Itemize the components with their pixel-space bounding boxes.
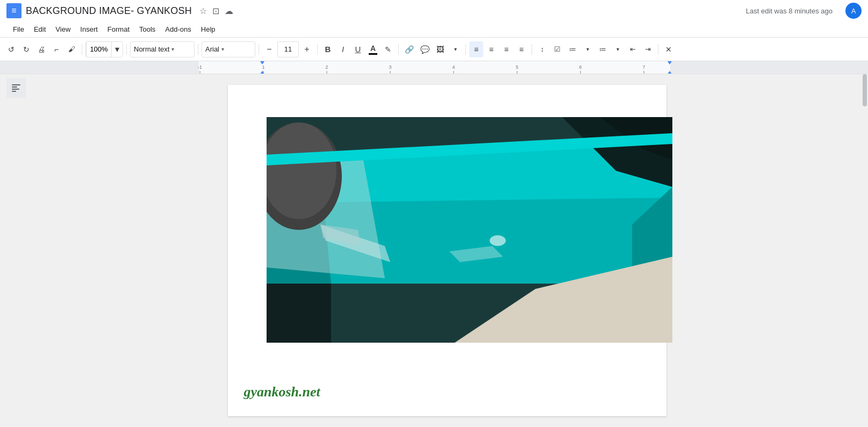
document-page: gyankosh.net bbox=[228, 85, 666, 416]
font-label: Arial bbox=[205, 45, 219, 53]
folder-icon[interactable]: ⊡ bbox=[212, 6, 219, 16]
font-size-value: 11 bbox=[284, 45, 292, 53]
style-label: Normal text bbox=[134, 45, 169, 53]
numbered-list-arrow[interactable]: ▾ bbox=[611, 41, 625, 57]
menu-format[interactable]: Format bbox=[103, 24, 134, 34]
text-color-icon: A bbox=[370, 44, 376, 53]
menu-tools[interactable]: Tools bbox=[135, 24, 160, 34]
highlight-color-button[interactable]: ✎ bbox=[381, 41, 395, 57]
insert-link-button[interactable]: 🔗 bbox=[402, 41, 417, 57]
undo-button[interactable]: ↺ bbox=[4, 41, 18, 57]
document-title: BACKGROUND IMAGE- GYANKOSH bbox=[26, 5, 192, 17]
svg-text:2: 2 bbox=[325, 64, 328, 70]
align-left-button[interactable]: ≡ bbox=[469, 41, 483, 57]
menu-help[interactable]: Help bbox=[197, 24, 220, 34]
svg-rect-2 bbox=[670, 61, 868, 74]
content-area: gyankosh.net bbox=[0, 74, 868, 427]
menu-bar: File Edit View Insert Format Tools Add-o… bbox=[0, 21, 868, 38]
bullet-list-arrow[interactable]: ▾ bbox=[580, 41, 594, 57]
sep6 bbox=[398, 44, 399, 55]
align-center-button[interactable]: ≡ bbox=[484, 41, 498, 57]
toolbar: ↺ ↻ 🖨 ⌐ 🖌 100% ▾ Normal text ▾ Arial ▾ −… bbox=[0, 38, 868, 61]
font-size-increase-button[interactable]: + bbox=[300, 41, 314, 57]
document-image bbox=[267, 117, 672, 343]
font-size-decrease-button[interactable]: − bbox=[262, 41, 276, 57]
checklist-button[interactable]: ☑ bbox=[550, 41, 564, 57]
svg-rect-23 bbox=[12, 84, 20, 85]
sep1 bbox=[82, 44, 82, 55]
ruler: -1 1 2 3 4 5 6 7 bbox=[0, 61, 868, 74]
svg-text:-1: -1 bbox=[198, 64, 202, 70]
star-icon[interactable]: ☆ bbox=[199, 6, 207, 16]
print-button[interactable]: 🖨 bbox=[34, 41, 48, 57]
zoom-value: 100% bbox=[86, 42, 112, 57]
menu-file[interactable]: File bbox=[9, 24, 28, 34]
svg-text:5: 5 bbox=[515, 64, 518, 70]
font-dropdown[interactable]: Arial ▾ bbox=[202, 41, 255, 57]
decrease-indent-button[interactable]: ⇤ bbox=[626, 41, 640, 57]
left-sidebar bbox=[0, 74, 32, 427]
sep4 bbox=[259, 44, 259, 55]
text-color-bar bbox=[369, 53, 377, 55]
align-right-button[interactable]: ≡ bbox=[499, 41, 513, 57]
outline-icon[interactable] bbox=[6, 78, 26, 98]
menu-addons[interactable]: Add-ons bbox=[161, 24, 195, 34]
zoom-control[interactable]: 100% ▾ bbox=[85, 41, 123, 57]
menu-insert[interactable]: Insert bbox=[76, 24, 102, 34]
account-icons: A bbox=[845, 3, 862, 19]
sep3 bbox=[198, 44, 198, 55]
line-spacing-button[interactable]: ↕ bbox=[535, 41, 549, 57]
title-bar: BACKGROUND IMAGE- GYANKOSH ☆ ⊡ ☁ Last ed… bbox=[0, 0, 868, 21]
bold-button[interactable]: B bbox=[321, 41, 335, 57]
sep8 bbox=[532, 44, 532, 55]
paint-format-button[interactable]: ⌐ bbox=[49, 41, 63, 57]
font-size-display[interactable]: 11 bbox=[277, 41, 299, 57]
sep7 bbox=[465, 44, 466, 55]
right-scrollbar[interactable] bbox=[862, 74, 868, 427]
menu-edit[interactable]: Edit bbox=[30, 24, 50, 34]
svg-text:4: 4 bbox=[452, 64, 455, 70]
outline-svg bbox=[11, 83, 21, 93]
font-arrow: ▾ bbox=[221, 46, 224, 52]
svg-text:6: 6 bbox=[579, 64, 582, 70]
svg-rect-26 bbox=[12, 91, 16, 92]
svg-rect-25 bbox=[12, 89, 19, 90]
zoom-arrow-btn[interactable]: ▾ bbox=[112, 42, 123, 57]
sep2 bbox=[126, 44, 127, 55]
underline-button[interactable]: U bbox=[351, 41, 365, 57]
account-avatar[interactable]: A bbox=[845, 3, 862, 19]
sep5 bbox=[317, 44, 318, 55]
style-dropdown[interactable]: Normal text ▾ bbox=[130, 41, 195, 57]
doc-scroll[interactable]: gyankosh.net bbox=[32, 74, 862, 427]
paint-roller-button[interactable]: 🖌 bbox=[64, 41, 78, 57]
style-arrow: ▾ bbox=[171, 46, 174, 52]
title-icons: ☆ ⊡ ☁ bbox=[199, 6, 233, 16]
redo-button[interactable]: ↻ bbox=[19, 41, 33, 57]
svg-rect-1 bbox=[0, 61, 199, 74]
insert-comment-button[interactable]: 💬 bbox=[418, 41, 432, 57]
svg-point-40 bbox=[490, 235, 506, 246]
svg-rect-24 bbox=[12, 86, 17, 88]
numbered-list-button[interactable]: ≔ bbox=[596, 41, 609, 57]
cloud-icon[interactable]: ☁ bbox=[225, 6, 233, 16]
text-color-button[interactable]: A bbox=[366, 41, 380, 57]
sep9 bbox=[658, 44, 658, 55]
insert-image-button[interactable]: 🖼 bbox=[433, 41, 447, 57]
svg-text:1: 1 bbox=[262, 64, 264, 70]
svg-text:7: 7 bbox=[642, 64, 645, 70]
gyankosh-watermark: gyankosh.net bbox=[244, 384, 320, 400]
ruler-svg: -1 1 2 3 4 5 6 7 bbox=[0, 61, 868, 74]
teal-image-svg bbox=[267, 117, 672, 343]
svg-text:3: 3 bbox=[389, 64, 391, 70]
increase-indent-button[interactable]: ⇥ bbox=[641, 41, 655, 57]
last-edit-text: Last edit was 8 minutes ago bbox=[746, 7, 833, 15]
doc-app-icon bbox=[6, 3, 21, 18]
insert-image-arrow[interactable]: ▾ bbox=[448, 41, 462, 57]
italic-button[interactable]: I bbox=[336, 41, 350, 57]
align-justify-button[interactable]: ≡ bbox=[514, 41, 528, 57]
clear-formatting-button[interactable]: ✕ bbox=[662, 41, 676, 57]
menu-view[interactable]: View bbox=[51, 24, 75, 34]
bullet-list-button[interactable]: ≔ bbox=[565, 41, 579, 57]
svg-marker-31 bbox=[267, 284, 331, 343]
